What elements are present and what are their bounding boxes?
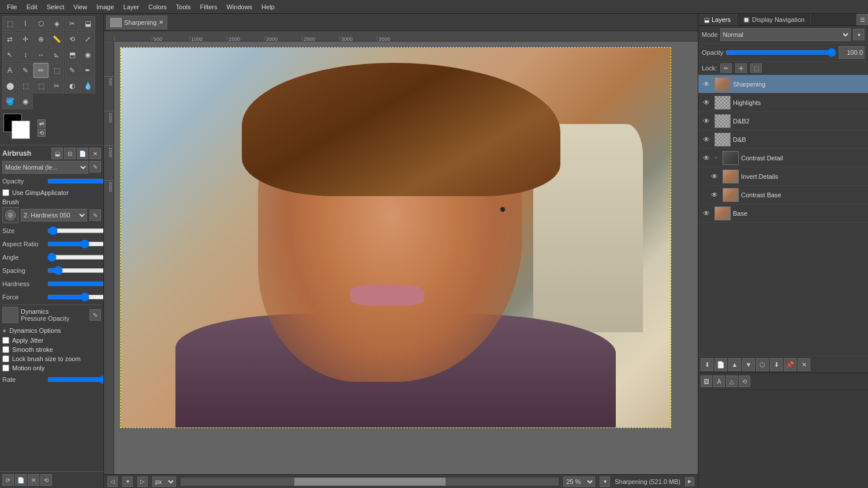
mode-select[interactable]: Mode Normal (le...: [2, 161, 88, 174]
menu-file[interactable]: File: [2, 2, 22, 12]
smooth-stroke-checkbox[interactable]: [2, 346, 9, 353]
nav-menu-btn[interactable]: ▾: [122, 476, 133, 487]
tool-move[interactable]: ✛: [18, 32, 33, 47]
opacity-slider[interactable]: [47, 177, 104, 185]
tool-lasso[interactable]: ⌇: [18, 16, 33, 31]
tool-airbrush[interactable]: ✎: [65, 63, 80, 78]
tool-flip[interactable]: ↔: [33, 47, 48, 62]
tool-pencil[interactable]: ✎: [18, 63, 33, 78]
tool-measure[interactable]: 📏: [49, 32, 64, 47]
menu-help[interactable]: Help: [257, 2, 279, 12]
canvas-inner[interactable]: [114, 42, 698, 474]
zoom-dropdown-btn[interactable]: ▾: [600, 476, 610, 487]
tool-zoom[interactable]: ⊕: [33, 32, 48, 47]
layer-vis-sharpening[interactable]: 👁: [701, 78, 712, 90]
tool-unified-transform[interactable]: ◉: [80, 47, 95, 62]
tool-text[interactable]: A: [2, 63, 17, 78]
layer-to-image-btn[interactable]: ⬇: [701, 358, 713, 371]
angle-slider[interactable]: [47, 253, 104, 261]
aspect-ratio-slider[interactable]: [47, 240, 104, 248]
swap-colors[interactable]: ⇄: [38, 119, 46, 127]
channel-btn-4[interactable]: ⟲: [739, 376, 750, 387]
motion-only-checkbox[interactable]: [2, 365, 9, 371]
anchor-layer-btn[interactable]: ⬇: [770, 358, 783, 371]
delete-tool-preset[interactable]: ✕: [28, 474, 39, 486]
tool-rotate[interactable]: ⟲: [65, 32, 80, 47]
layer-vis-dnb2[interactable]: 👁: [701, 115, 712, 127]
tool-smudge[interactable]: ✂: [49, 78, 64, 93]
tool-heal[interactable]: ⬚: [18, 78, 33, 93]
save-tool-preset[interactable]: 📄: [15, 474, 27, 486]
merge-visible-btn[interactable]: 📌: [784, 358, 796, 371]
canvas-tab-sharpening[interactable]: Sharpening ✕: [106, 16, 167, 29]
tool-ink[interactable]: ✒: [80, 63, 95, 78]
hardness-slider[interactable]: [47, 280, 104, 288]
menu-edit[interactable]: Edit: [22, 2, 42, 12]
spacing-slider[interactable]: [47, 266, 104, 275]
rate-slider[interactable]: [47, 376, 104, 384]
tool-fuzzy-select[interactable]: ⬡: [33, 16, 48, 31]
layer-item-contrast-detail[interactable]: 👁 − Contrast Detail: [698, 149, 868, 167]
layer-opacity-input[interactable]: [839, 46, 865, 59]
tool-select-by-color[interactable]: ◈: [49, 16, 64, 31]
tool-bucket-fill[interactable]: 🪣: [2, 94, 17, 109]
layer-vis-highlights[interactable]: 👁: [701, 97, 712, 108]
force-slider[interactable]: [47, 293, 104, 301]
tool-paintbrush[interactable]: ✏: [33, 63, 48, 78]
layer-vis-dnb[interactable]: 👁: [701, 134, 712, 145]
layer-collapse-contrast-detail[interactable]: −: [714, 155, 720, 161]
tool-scissors[interactable]: ✂: [65, 16, 80, 31]
tool-options-config4[interactable]: ✕: [89, 148, 101, 159]
reset-to-defaults[interactable]: ⟲: [40, 474, 52, 486]
restore-defaults[interactable]: ⟳: [2, 474, 14, 486]
use-gimp-applicator-checkbox[interactable]: [2, 189, 9, 196]
bg-color[interactable]: [12, 121, 30, 139]
brush-preview[interactable]: [2, 207, 18, 223]
layer-mode-select[interactable]: Normal Multiply Screen Overlay: [720, 28, 851, 41]
nav-prev-btn[interactable]: ◁: [107, 476, 118, 487]
lock-position-btn[interactable]: ✛: [735, 63, 747, 73]
size-slider[interactable]: [47, 227, 104, 235]
brush-select[interactable]: 2. Hardness 050: [21, 209, 87, 222]
layer-item-invert-details[interactable]: 👁 Invert Details: [706, 167, 868, 186]
tool-options-config2[interactable]: ⊟: [64, 148, 76, 159]
tool-rect-select[interactable]: ⬚: [2, 16, 17, 31]
new-layer-btn[interactable]: 📄: [714, 358, 727, 371]
menu-tools[interactable]: Tools: [171, 2, 196, 12]
layer-vis-invert-details[interactable]: 👁: [709, 171, 720, 182]
lower-layer-btn[interactable]: ▼: [742, 358, 755, 371]
apply-jitter-checkbox[interactable]: [2, 337, 9, 344]
channel-btn-2[interactable]: A: [713, 376, 725, 387]
layer-item-highlights[interactable]: 👁 Highlights: [698, 93, 868, 112]
panel-menu-btn[interactable]: ☰: [856, 14, 868, 25]
menu-filters[interactable]: Filters: [196, 2, 222, 12]
tool-clone[interactable]: ⬤: [2, 78, 17, 93]
tool-eraser[interactable]: ⬚: [49, 63, 64, 78]
layer-item-sharpening[interactable]: 👁 Sharpening: [698, 75, 868, 93]
tool-perspective[interactable]: ↕: [18, 47, 33, 62]
menu-colors[interactable]: Colors: [144, 2, 171, 12]
zoom-select[interactable]: 25 % 50 % 100 %: [563, 476, 595, 487]
menu-image[interactable]: Image: [92, 2, 119, 12]
menu-select[interactable]: Select: [42, 2, 69, 12]
tool-cage[interactable]: ⊾: [49, 47, 64, 62]
mode-icon-btn[interactable]: ✎: [89, 161, 101, 172]
channel-btn-1[interactable]: 🖼: [701, 376, 712, 387]
duplicate-layer-btn[interactable]: ⬡: [756, 358, 769, 371]
tool-dodge-burn[interactable]: ◐: [65, 78, 80, 93]
dynamics-icon[interactable]: [2, 307, 18, 323]
reset-colors[interactable]: ⟲: [38, 129, 46, 137]
tool-crop[interactable]: ↖: [2, 47, 17, 62]
tool-perspective-clone[interactable]: ⬚: [33, 78, 48, 93]
unit-select[interactable]: px mm in: [152, 476, 176, 487]
lock-brush-checkbox[interactable]: [2, 355, 9, 362]
canvas-image[interactable]: [120, 47, 671, 428]
layer-item-contrast-base[interactable]: 👁 Contrast Base: [706, 186, 868, 204]
tool-foreground-select[interactable]: ⬓: [80, 16, 95, 31]
layer-vis-contrast-detail[interactable]: 👁: [701, 152, 712, 164]
tool-blend[interactable]: ◉: [18, 94, 33, 109]
lock-pixels-btn[interactable]: ✏: [720, 63, 732, 73]
tab-display-navigation[interactable]: 🔲 Display Navigation: [737, 14, 811, 25]
scrollbar-h[interactable]: [181, 478, 559, 486]
tool-align[interactable]: ⇄: [2, 32, 17, 47]
